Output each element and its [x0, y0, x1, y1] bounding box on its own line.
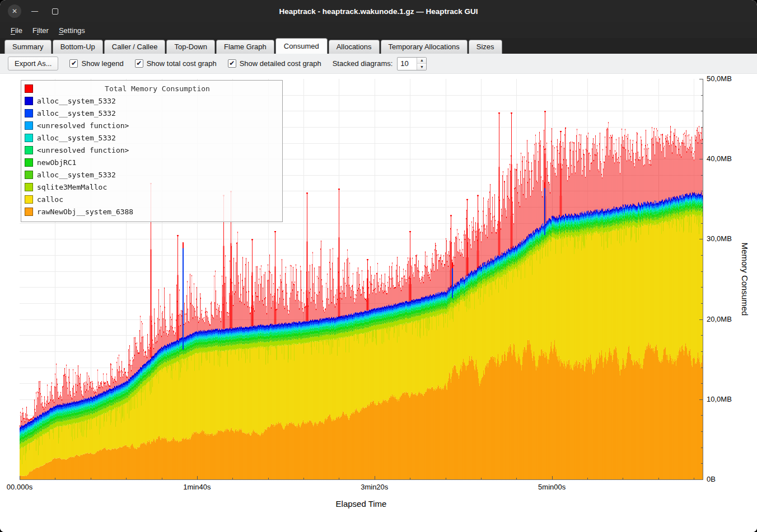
spinbox-value[interactable]: 10	[398, 58, 417, 70]
legend-entry: alloc__system_5332	[25, 131, 278, 144]
legend-entry-label: sqlite3MemMalloc	[37, 183, 278, 191]
menu-bar: FileFilterSettings	[0, 22, 757, 38]
legend-entry-label: calloc	[37, 195, 278, 204]
x-axis-title: Elapsed Time	[336, 499, 387, 509]
legend-entry-label: newObjRC1	[37, 158, 278, 167]
chevron-down-icon: ▼	[420, 65, 424, 69]
maximize-icon	[52, 8, 58, 15]
minimize-button[interactable]: —	[28, 4, 41, 18]
y-axis-title: Memory Consumed	[740, 243, 750, 316]
legend-entry-label: rawNewObj__system_6388	[37, 208, 278, 216]
checkbox-box[interactable]: ✔	[69, 59, 78, 68]
legend-entry: <unresolved function>	[25, 119, 278, 131]
y-axis-tick-label: 20,0MB	[707, 315, 732, 324]
legend-entry: newObjRC1	[25, 156, 278, 168]
close-icon: ✕	[12, 8, 17, 15]
export-as-button[interactable]: Export As...	[8, 57, 58, 70]
menu-file[interactable]: File	[6, 24, 27, 37]
x-axis-tick-label: 00.000s	[7, 483, 32, 491]
menu-settings[interactable]: Settings	[54, 24, 90, 37]
legend-swatch	[25, 195, 33, 204]
legend-entry: alloc__system_5332	[25, 95, 278, 107]
checkbox-label: Show detailed cost graph	[240, 59, 321, 68]
spinbox-buttons: ▲ ▼	[417, 58, 426, 70]
y-axis-tick-label: 10,0MB	[707, 395, 732, 404]
legend-swatch	[25, 158, 33, 167]
legend-entry-label: alloc__system_5332	[37, 109, 278, 117]
legend-swatch	[25, 208, 33, 216]
legend-swatch	[25, 109, 33, 117]
checkbox-box[interactable]: ✔	[228, 59, 236, 68]
app-window: Heaptrack - heaptrack.wakunode.1.gz — He…	[0, 0, 757, 532]
legend-entry: alloc__system_5332	[25, 107, 278, 119]
legend-entry: alloc__system_5332	[25, 168, 278, 181]
maximize-button[interactable]	[48, 4, 62, 18]
legend-swatch	[25, 97, 33, 105]
stacked-diagrams-group: Stacked diagrams: 10 ▲ ▼	[333, 57, 427, 70]
chevron-up-icon: ▲	[420, 58, 424, 62]
spinbox-down-button[interactable]: ▼	[417, 63, 426, 70]
checkbox-show-total-cost-graph[interactable]: ✔Show total cost graph	[135, 59, 217, 68]
legend-entry: rawNewObj__system_6388	[25, 205, 278, 218]
legend-entry-label: alloc__system_5332	[37, 97, 278, 105]
minimize-icon: —	[31, 8, 38, 15]
tab-bar: SummaryBottom-UpCaller / CalleeTop-DownF…	[0, 38, 757, 54]
y-axis-tick-label: 50,0MB	[707, 74, 732, 83]
chart-region: Total Memory Consumptionalloc__system_53…	[0, 74, 757, 532]
checkbox-box[interactable]: ✔	[135, 59, 143, 68]
legend-entry: <unresolved function>	[25, 144, 278, 156]
legend-title-row: Total Memory Consumption	[25, 82, 278, 95]
close-button[interactable]: ✕	[8, 4, 21, 18]
x-axis-tick-label: 1min40s	[183, 483, 211, 491]
legend-swatch	[25, 183, 33, 191]
tab-allocations[interactable]: Allocations	[329, 40, 380, 54]
tab-bottom-up[interactable]: Bottom-Up	[53, 40, 103, 54]
chart-legend: Total Memory Consumptionalloc__system_53…	[21, 80, 283, 222]
legend-swatch	[25, 121, 33, 130]
tab-caller-callee[interactable]: Caller / Callee	[104, 40, 166, 54]
toolbar: Export As... ✔Show legend✔Show total cos…	[0, 54, 757, 74]
spinbox-up-button[interactable]: ▲	[417, 58, 426, 64]
tab-flame-graph[interactable]: Flame Graph	[216, 40, 274, 54]
legend-swatch	[25, 134, 33, 142]
checkbox-label: Show total cost graph	[147, 59, 217, 68]
legend-entry-label: alloc__system_5332	[37, 134, 278, 142]
legend-entry: calloc	[25, 193, 278, 205]
y-axis-tick-label: 40,0MB	[707, 154, 732, 163]
legend-swatch	[25, 146, 33, 154]
x-axis-tick-label: 3min20s	[361, 483, 388, 491]
x-axis-tick-label: 5min00s	[538, 483, 566, 491]
tab-consumed[interactable]: Consumed	[275, 38, 328, 54]
tab-top-down[interactable]: Top-Down	[166, 40, 215, 54]
window-title: Heaptrack - heaptrack.wakunode.1.gz — He…	[0, 0, 757, 22]
checkbox-label: Show legend	[81, 59, 123, 68]
legend-entry-label: <unresolved function>	[37, 146, 278, 154]
y-axis-tick-label: 0B	[707, 475, 716, 484]
legend-entry-label: <unresolved function>	[37, 121, 278, 130]
window-controls: ✕ —	[8, 0, 62, 22]
tab-temporary-allocations[interactable]: Temporary Allocations	[381, 40, 468, 54]
menu-filter[interactable]: Filter	[27, 24, 54, 37]
legend-swatch	[25, 171, 33, 179]
toolbar-checkboxes: ✔Show legend✔Show total cost graph✔Show …	[69, 59, 321, 68]
checkbox-show-legend[interactable]: ✔Show legend	[69, 59, 123, 68]
title-bar[interactable]: Heaptrack - heaptrack.wakunode.1.gz — He…	[0, 0, 757, 22]
tab-summary[interactable]: Summary	[4, 40, 52, 54]
tab-sizes[interactable]: Sizes	[469, 40, 502, 54]
legend-entry: sqlite3MemMalloc	[25, 181, 278, 193]
stacked-diagrams-spinbox[interactable]: 10 ▲ ▼	[397, 57, 427, 70]
legend-entry-label: alloc__system_5332	[37, 171, 278, 179]
legend-swatch-total	[25, 84, 33, 93]
stacked-diagrams-label: Stacked diagrams:	[333, 59, 393, 68]
legend-title: Total Memory Consumption	[37, 84, 278, 93]
checkbox-show-detailed-cost-graph[interactable]: ✔Show detailed cost graph	[228, 59, 321, 68]
y-axis-tick-label: 30,0MB	[707, 234, 732, 243]
